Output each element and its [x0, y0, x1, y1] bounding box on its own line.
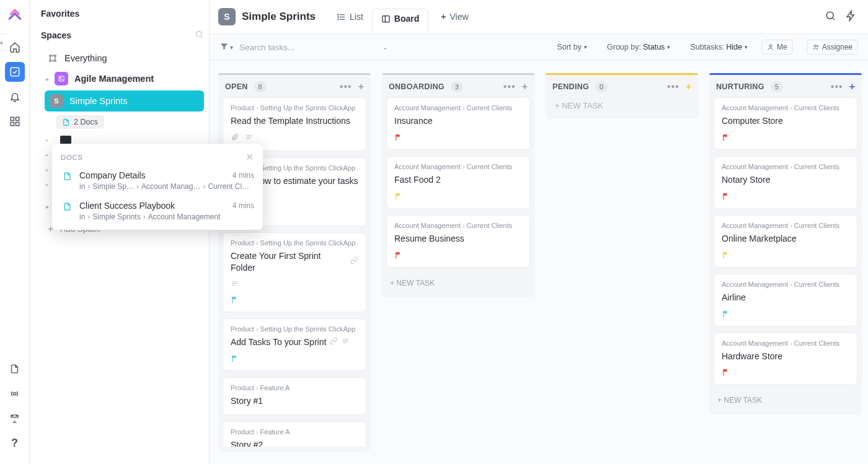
tab-list[interactable]: List: [328, 7, 372, 26]
filter-icon[interactable]: [219, 42, 229, 53]
add-task-icon[interactable]: +: [358, 81, 364, 92]
task-breadcrumb: Product›Feature A: [231, 384, 358, 392]
task-breadcrumb: Account Management›Current Clients: [394, 222, 522, 229]
caret-icon: ▸: [46, 76, 55, 82]
task-breadcrumb: Product›Setting Up the Sprints ClickApp: [231, 239, 358, 247]
list-icon: [337, 12, 346, 22]
board-icon: [381, 14, 391, 24]
task-card[interactable]: Account Management›Current Clients Resum…: [386, 215, 530, 268]
task-breadcrumb: Product›Setting Up the Sprints ClickApp: [231, 104, 358, 112]
dashboards-icon[interactable]: [5, 112, 25, 131]
add-task-icon[interactable]: +: [522, 81, 528, 92]
svg-point-9: [50, 60, 51, 62]
collapse-sidebar-icon[interactable]: ◂: [0, 33, 6, 51]
search-icon[interactable]: [195, 30, 204, 41]
column-name: OPEN: [225, 82, 248, 91]
doc-breadcrumb: in ›Simple Sprints ›Account Management: [79, 212, 254, 221]
svg-rect-19: [383, 15, 389, 22]
task-title: Airline: [722, 292, 849, 304]
task-card[interactable]: Account Management›Current Clients Fast …: [386, 156, 530, 209]
task-breadcrumb: Account Management›Current Clients: [722, 104, 849, 112]
flag-icon: [722, 133, 730, 142]
toolbar: ▾ ⌄ Sort by ▾ Group by:Status ▾ Subtasks…: [210, 34, 868, 61]
flag-icon: [231, 295, 239, 304]
column-menu-icon[interactable]: •••: [503, 81, 516, 92]
flag-icon: [722, 251, 730, 260]
app-logo[interactable]: [6, 6, 24, 25]
new-task-button[interactable]: + NEW TASK: [549, 97, 695, 114]
flag-icon: [394, 192, 403, 201]
task-breadcrumb: Account Management›Current Clients: [722, 163, 849, 170]
task-title: Create Your First Sprint Folder: [231, 250, 358, 274]
column-name: PENDING: [552, 82, 589, 91]
column-count: 3: [451, 81, 463, 92]
task-card[interactable]: Product›Feature A Story #1: [223, 377, 366, 415]
svg-rect-0: [11, 68, 19, 76]
tasks-icon[interactable]: [5, 62, 25, 82]
task-card[interactable]: Product›Feature A Story #2: [223, 421, 366, 447]
task-title: Read the Template Instructions: [231, 115, 358, 127]
task-card[interactable]: Product›Setting Up the Sprints ClickApp …: [223, 97, 366, 151]
sidebar-item-agile[interactable]: ▸ Agile Management: [41, 68, 204, 89]
column-menu-icon[interactable]: •••: [831, 81, 843, 92]
task-title: Insurance: [394, 115, 522, 127]
sidebar-panel: Favorites Spaces Everything ▸ Agile Mana…: [30, 0, 210, 464]
doc-item[interactable]: Company Details4 mins in ›Simple Sp… ›Ac…: [52, 165, 263, 196]
new-task-button[interactable]: + NEW TASK: [712, 391, 859, 409]
add-task-icon[interactable]: +: [849, 81, 855, 92]
task-card[interactable]: Account Management›Current Clients Airli…: [714, 274, 857, 326]
svg-point-23: [814, 45, 816, 47]
flag-icon: [722, 368, 730, 377]
task-card[interactable]: Product›Setting Up the Sprints ClickApp …: [223, 318, 366, 371]
spaces-heading[interactable]: Spaces: [41, 30, 71, 40]
add-task-icon[interactable]: +: [686, 81, 691, 92]
pulse-icon[interactable]: [5, 383, 25, 403]
task-card[interactable]: Account Management›Current Clients Onlin…: [714, 215, 857, 268]
subtasks-dropdown[interactable]: Subtasks:Hide ▾: [690, 43, 748, 51]
search-input[interactable]: [239, 43, 326, 52]
link-icon: [330, 336, 338, 348]
task-card[interactable]: Account Management›Current Clients Notar…: [714, 156, 857, 209]
goals-icon[interactable]: [5, 408, 25, 428]
page-title: Simple Sprints: [242, 11, 316, 23]
doc-icon: [61, 202, 73, 211]
automation-icon[interactable]: [845, 10, 857, 24]
docs-icon[interactable]: [5, 359, 25, 379]
search-icon[interactable]: [825, 10, 836, 24]
sidebar-item-everything[interactable]: Everything: [41, 50, 204, 67]
column-menu-icon[interactable]: •••: [340, 81, 352, 92]
home-icon[interactable]: [5, 37, 25, 57]
help-icon[interactable]: ?: [5, 433, 25, 453]
tab-add-view[interactable]: +View: [432, 7, 477, 26]
column-menu-icon[interactable]: •••: [667, 81, 680, 92]
flag-icon: [231, 354, 239, 363]
column-count: 0: [595, 81, 608, 92]
task-title: Notary Store: [722, 174, 849, 186]
sort-by-dropdown[interactable]: Sort by ▾: [557, 43, 587, 51]
new-task-button[interactable]: + NEW TASK: [385, 274, 531, 292]
task-title: Add Tasks To your Sprint: [231, 336, 358, 348]
board-wrap: OPEN 8 ••• + Product›Setting Up the Spri…: [210, 61, 868, 464]
board-column: ONBOARDING 3 ••• + Account Management›Cu…: [382, 73, 534, 452]
assignee-filter-button[interactable]: Assignee: [807, 40, 858, 55]
column-name: NURTURING: [716, 82, 764, 91]
task-card[interactable]: Account Management›Current Clients Hardw…: [714, 333, 857, 385]
lines-icon: [231, 279, 239, 289]
task-card[interactable]: Account Management›Current Clients Compu…: [714, 97, 857, 150]
favorites-heading[interactable]: Favorites: [41, 9, 204, 19]
me-filter-button[interactable]: Me: [761, 40, 793, 55]
task-card[interactable]: Product›Setting Up the Sprints ClickApp …: [223, 232, 366, 313]
task-breadcrumb: Account Management›Current Clients: [722, 281, 849, 288]
task-card[interactable]: Account Management›Current Clients Insur…: [386, 97, 530, 150]
group-by-dropdown[interactable]: Group by:Status ▾: [607, 43, 670, 51]
close-icon[interactable]: ✕: [246, 151, 254, 163]
board-column: PENDING 0 ••• + + NEW TASK: [546, 73, 698, 452]
column-name: ONBOARDING: [389, 82, 445, 91]
chevron-down-icon[interactable]: ⌄: [382, 43, 388, 51]
doc-time: 4 mins: [232, 171, 254, 180]
docs-pill-row[interactable]: 2 Docs: [47, 115, 204, 129]
tab-board[interactable]: Board: [372, 9, 428, 33]
sidebar-item-simple-sprints[interactable]: S Simple Sprints: [45, 90, 204, 112]
notifications-icon[interactable]: [5, 87, 25, 107]
doc-item[interactable]: Client Success Playbook4 mins in ›Simple…: [52, 196, 263, 226]
